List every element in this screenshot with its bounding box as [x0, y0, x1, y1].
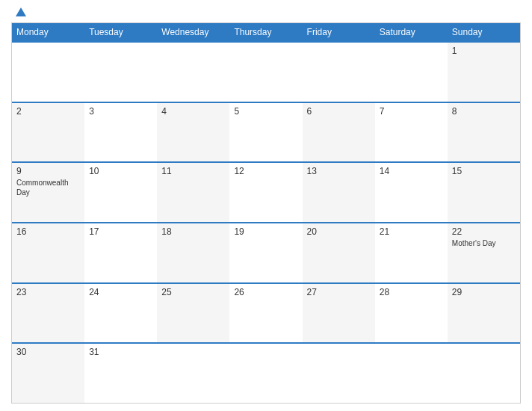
cal-cell: 7: [375, 103, 448, 162]
cal-cell: 12: [229, 163, 302, 222]
cal-cell: [229, 344, 302, 403]
cell-day-number: 15: [452, 166, 516, 176]
cal-cell: 31: [84, 344, 157, 403]
cal-cell: 17: [84, 223, 157, 282]
cal-cell: 28: [375, 284, 448, 343]
calendar: MondayTuesdayWednesdayThursdayFridaySatu…: [11, 22, 521, 404]
cal-cell: 8: [448, 103, 520, 162]
cell-day-number: 24: [89, 287, 152, 297]
cal-cell: 3: [84, 103, 157, 162]
logo-triangle-icon: [16, 7, 26, 16]
cal-cell: 25: [157, 284, 229, 343]
cell-day-number: 30: [16, 347, 80, 357]
cal-cell: 30: [12, 344, 84, 403]
cal-cell: [229, 43, 302, 102]
cal-cell: 27: [303, 284, 375, 343]
cal-cell: 18: [157, 223, 229, 282]
cal-header-cell: Sunday: [448, 23, 520, 41]
calendar-header: MondayTuesdayWednesdayThursdayFridaySatu…: [12, 23, 520, 41]
cell-day-number: 1: [452, 46, 516, 56]
cell-day-number: 12: [234, 166, 297, 176]
cal-header-cell: Wednesday: [157, 23, 229, 41]
cal-header-cell: Tuesday: [84, 23, 157, 41]
cal-cell: [84, 43, 157, 102]
cell-day-number: 14: [380, 166, 443, 176]
cell-day-number: 4: [161, 106, 225, 117]
cell-day-number: 3: [89, 106, 152, 117]
cal-cell: [448, 344, 520, 403]
logo: [14, 7, 28, 16]
cal-cell: [157, 43, 229, 102]
cal-cell: 20: [303, 223, 375, 282]
cal-cell: 10: [84, 163, 157, 222]
cell-event-label: Mother's Day: [452, 238, 516, 248]
cell-day-number: 20: [307, 226, 371, 237]
cell-day-number: 26: [234, 287, 297, 297]
cell-day-number: 28: [380, 287, 443, 297]
cal-cell: 24: [84, 284, 157, 343]
cal-cell: 19: [229, 223, 302, 282]
cal-cell: 2: [12, 103, 84, 162]
cal-cell: 21: [375, 223, 448, 282]
cal-cell: 22Mother's Day: [448, 223, 520, 282]
cell-day-number: 8: [452, 106, 516, 117]
cal-cell: 9Commonwealth Day: [12, 163, 84, 222]
cal-cell: [303, 43, 375, 102]
cal-cell: [375, 43, 448, 102]
cell-day-number: 13: [307, 166, 371, 176]
cal-cell: 14: [375, 163, 448, 222]
cal-cell: [303, 344, 375, 403]
cal-cell: 4: [157, 103, 229, 162]
page-header: [11, 7, 521, 16]
cal-header-cell: Monday: [12, 23, 84, 41]
cal-cell: [12, 43, 84, 102]
cell-day-number: 17: [89, 226, 152, 237]
cell-day-number: 16: [16, 226, 80, 237]
page: MondayTuesdayWednesdayThursdayFridaySatu…: [0, 0, 532, 411]
cal-cell: 1: [448, 43, 520, 102]
cal-cell: 15: [448, 163, 520, 222]
cell-day-number: 25: [161, 287, 225, 297]
cal-cell: 6: [303, 103, 375, 162]
cell-day-number: 11: [161, 166, 225, 176]
cell-day-number: 6: [307, 106, 371, 117]
cell-day-number: 27: [307, 287, 371, 297]
cell-day-number: 23: [16, 287, 80, 297]
cal-cell: 11: [157, 163, 229, 222]
cell-day-number: 9: [16, 166, 80, 176]
cell-event-label: Commonwealth Day: [16, 178, 80, 197]
cal-header-cell: Friday: [303, 23, 375, 41]
cal-cell: 5: [229, 103, 302, 162]
cell-day-number: 19: [234, 226, 297, 237]
cal-header-cell: Thursday: [229, 23, 302, 41]
cal-cell: [375, 344, 448, 403]
cal-cell: 29: [448, 284, 520, 343]
cell-day-number: 7: [380, 106, 443, 117]
cal-week: 3031: [12, 342, 520, 403]
cal-cell: 23: [12, 284, 84, 343]
cal-cell: 16: [12, 223, 84, 282]
cal-week: 23242526272829: [12, 282, 520, 343]
cal-header-cell: Saturday: [375, 23, 448, 41]
cal-cell: 26: [229, 284, 302, 343]
cell-day-number: 29: [452, 287, 516, 297]
cal-cell: 13: [303, 163, 375, 222]
cell-day-number: 5: [234, 106, 297, 117]
cal-week: 16171819202122Mother's Day: [12, 222, 520, 282]
cell-day-number: 10: [89, 166, 152, 176]
cell-day-number: 21: [380, 226, 443, 237]
calendar-body: 123456789Commonwealth Day101112131415161…: [12, 41, 520, 403]
cell-day-number: 22: [452, 226, 516, 237]
cell-day-number: 2: [16, 106, 80, 117]
cal-week: 2345678: [12, 102, 520, 162]
cell-day-number: 18: [161, 226, 225, 237]
cell-day-number: 31: [89, 347, 152, 357]
cal-week: 1: [12, 41, 520, 102]
cal-cell: [157, 344, 229, 403]
cal-week: 9Commonwealth Day101112131415: [12, 161, 520, 222]
